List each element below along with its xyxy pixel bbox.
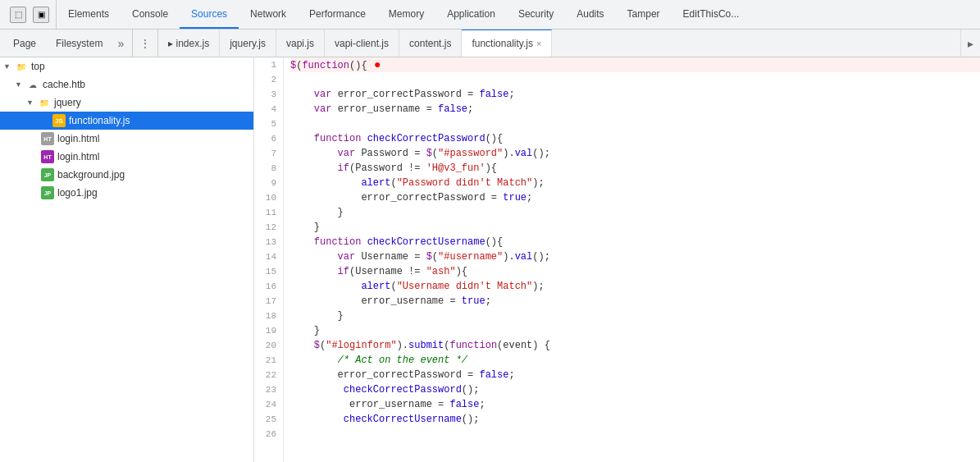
cloud-icon: ☁ xyxy=(26,78,39,91)
file-tab-content-js[interactable]: content.js xyxy=(399,30,462,57)
tab-label: functionality.js xyxy=(472,38,532,49)
tree-item-logo1-jpg[interactable]: JP logo1.jpg xyxy=(0,184,253,202)
tree-label: login.html xyxy=(57,133,99,144)
tree-item-login-html-1[interactable]: HT login.html xyxy=(0,130,253,148)
nav-tab-audits[interactable]: Audits xyxy=(565,0,615,29)
code-line: if(Username != "ash"){ xyxy=(290,264,980,279)
second-row: Page Filesystem » ⋮ ▸ index.js jquery.js… xyxy=(0,30,980,57)
tree-item-cache-htb[interactable]: ▼ ☁ cache.htb xyxy=(0,75,253,94)
code-area: 1 2 3 4 5 6 7 8 9 10 11 12 13 14 15 16 1… xyxy=(254,57,980,462)
tree-item-login-html-2[interactable]: HT login.html xyxy=(0,148,253,166)
code-line: var Password = $("#password").val(); xyxy=(290,146,980,161)
panel-menu-button[interactable]: ⋮ xyxy=(133,30,158,57)
nav-tab-memory[interactable]: Memory xyxy=(377,0,435,29)
tab-label: vapi.js xyxy=(286,38,314,49)
code-line: checkCorrectUsername(); xyxy=(290,412,980,427)
tab-page[interactable]: Page xyxy=(3,30,46,57)
code-line: error_username = false; xyxy=(290,397,980,412)
nav-icons: ⬚ ▣ xyxy=(3,0,57,29)
tab-label: vapi-client.js xyxy=(335,38,389,49)
code-line: checkCorrectPassword(); xyxy=(290,382,980,397)
scroll-tabs-right-button[interactable]: ▸ xyxy=(960,30,980,57)
nav-tab-application[interactable]: Application xyxy=(435,0,507,29)
file-tab-index-js[interactable]: ▸ index.js xyxy=(158,30,220,57)
nav-tab-console[interactable]: Console xyxy=(121,0,180,29)
code-line: } xyxy=(290,220,980,235)
tab-label: content.js xyxy=(409,38,451,49)
code-line: alert("Username didn't Match"); xyxy=(290,279,980,294)
nav-tab-editthisco[interactable]: EditThisCo... xyxy=(672,0,751,29)
inspect-icon[interactable]: ⬚ xyxy=(10,7,26,23)
tree-label: functionality.js xyxy=(69,115,130,126)
code-line: error_correctPassword = false; xyxy=(290,368,980,382)
file-tab-jquery-js[interactable]: jquery.js xyxy=(220,30,276,57)
tab-label: jquery.js xyxy=(230,38,266,49)
code-line: } xyxy=(290,309,980,323)
nav-tab-network[interactable]: Network xyxy=(239,0,298,29)
code-line xyxy=(290,117,980,131)
code-line: var Username = $("#username").val(); xyxy=(290,249,980,264)
folder-icon: 📁 xyxy=(38,96,51,109)
page-tabs: Page Filesystem » xyxy=(0,30,133,57)
tab-filesystem[interactable]: Filesystem xyxy=(46,30,112,57)
nav-tab-sources[interactable]: Sources xyxy=(180,0,239,29)
code-editor[interactable]: 1 2 3 4 5 6 7 8 9 10 11 12 13 14 15 16 1… xyxy=(254,57,980,462)
tree-item-background-jpg[interactable]: JP background.jpg xyxy=(0,166,253,184)
code-line: } xyxy=(290,323,980,338)
file-tab-vapi-js[interactable]: vapi.js xyxy=(276,30,325,57)
jpg-file-icon: JP xyxy=(41,168,54,181)
code-line: var error_correctPassword = false; xyxy=(290,87,980,102)
nav-tab-elements[interactable]: Elements xyxy=(57,0,121,29)
expand-arrow: ▼ xyxy=(15,80,26,89)
code-line: $("#loginform").submit(function(event) { xyxy=(290,338,980,353)
folder-icon: 📁 xyxy=(15,60,28,73)
main-area: ▼ 📁 top ▼ ☁ cache.htb ▼ 📁 jquery JS func… xyxy=(0,57,980,462)
code-line xyxy=(290,72,980,87)
code-line: /* Act on the event */ xyxy=(290,353,980,368)
code-line: function checkCorrectPassword(){ xyxy=(290,131,980,146)
code-line: error_correctPassword = true; xyxy=(290,190,980,205)
nav-tab-security[interactable]: Security xyxy=(507,0,565,29)
top-nav-bar: ⬚ ▣ Elements Console Sources Network Per… xyxy=(0,0,980,30)
code-line: if(Password != 'H@v3_fun'){ xyxy=(290,161,980,176)
close-tab-icon[interactable]: × xyxy=(536,39,541,48)
code-content: $(function(){ ● var error_correctPasswor… xyxy=(284,57,980,462)
expand-arrow: ▼ xyxy=(3,62,15,71)
tree-label: background.jpg xyxy=(57,169,125,181)
html-file-icon: HT xyxy=(41,150,54,163)
tree-item-functionality-js[interactable]: JS functionality.js xyxy=(0,112,253,130)
nav-tab-tamper[interactable]: Tamper xyxy=(616,0,672,29)
tree-label: logo1.jpg xyxy=(57,187,98,199)
file-tabs: ▸ index.js jquery.js vapi.js vapi-client… xyxy=(158,30,960,57)
expand-arrow: ▼ xyxy=(26,98,38,107)
file-tab-functionality-js[interactable]: functionality.js × xyxy=(462,30,552,57)
tree-label: jquery xyxy=(54,97,81,108)
tree-label: login.html xyxy=(57,151,99,162)
file-tab-vapi-client-js[interactable]: vapi-client.js xyxy=(325,30,399,57)
html-file-icon: HT xyxy=(41,132,54,145)
tree-item-jquery[interactable]: ▼ 📁 jquery xyxy=(0,94,253,112)
tree-label: top xyxy=(31,61,45,72)
code-line: alert("Password didn't Match"); xyxy=(290,176,980,190)
code-line xyxy=(290,427,980,441)
code-line: error_username = true; xyxy=(290,294,980,309)
line-numbers: 1 2 3 4 5 6 7 8 9 10 11 12 13 14 15 16 1… xyxy=(254,57,284,462)
device-icon[interactable]: ▣ xyxy=(33,7,49,23)
code-line: $(function(){ ● xyxy=(290,57,980,72)
tab-label: ▸ index.js xyxy=(168,38,209,49)
code-line: var error_username = false; xyxy=(290,102,980,117)
jpg-file-icon: JP xyxy=(41,186,54,199)
tree-item-top[interactable]: ▼ 📁 top xyxy=(0,57,253,75)
sidebar-panel: ▼ 📁 top ▼ ☁ cache.htb ▼ 📁 jquery JS func… xyxy=(0,57,254,462)
js-file-icon: JS xyxy=(52,114,66,127)
code-line: } xyxy=(290,205,980,220)
code-line: function checkCorrectUsername(){ xyxy=(290,235,980,249)
more-tabs-button[interactable]: » xyxy=(112,30,129,57)
nav-tab-performance[interactable]: Performance xyxy=(298,0,377,29)
tree-label: cache.htb xyxy=(43,79,85,90)
